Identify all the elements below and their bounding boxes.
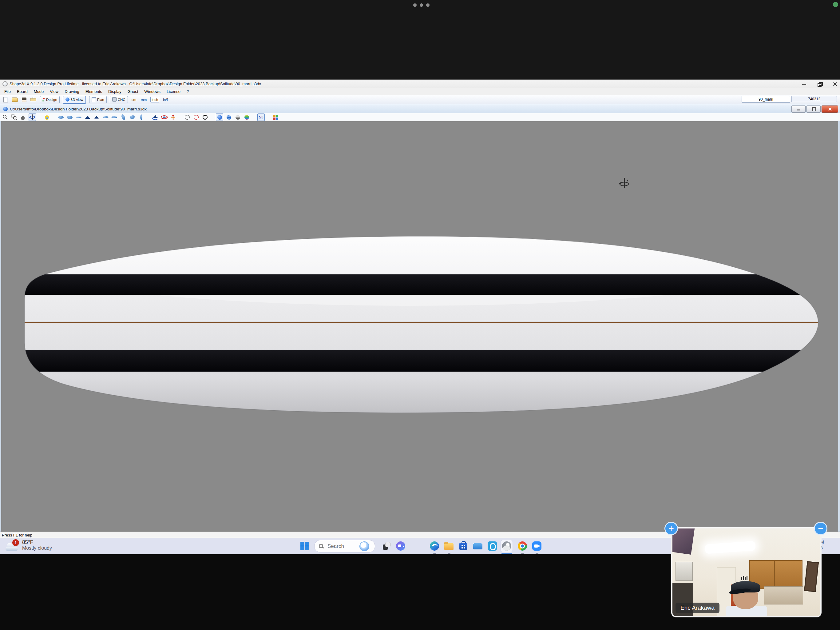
- measure-button[interactable]: [30, 96, 37, 103]
- render-solid-button[interactable]: [216, 114, 223, 121]
- task-view-button[interactable]: [381, 540, 392, 552]
- app-icon: [2, 81, 8, 86]
- doc-minimize-button[interactable]: [791, 106, 805, 112]
- chat-video-icon: [396, 541, 405, 551]
- slices-button[interactable]: S5: [257, 114, 265, 121]
- chrome-button[interactable]: [516, 540, 528, 552]
- pan-hand-tool[interactable]: [20, 114, 27, 120]
- board-code-field[interactable]: 740312: [791, 96, 837, 102]
- design-mode-button[interactable]: Design: [40, 96, 60, 103]
- share-zoom-out-button[interactable]: −: [814, 522, 827, 535]
- taskbar-search[interactable]: [314, 540, 375, 552]
- unit-mm[interactable]: mm: [140, 97, 148, 102]
- task-view-icon: [383, 542, 390, 550]
- view-thickness-button[interactable]: [75, 114, 82, 120]
- view-bottom-button[interactable]: [66, 114, 73, 120]
- open-file-button[interactable]: [11, 96, 19, 103]
- active-app-indicator: [502, 553, 512, 554]
- alexa-button[interactable]: [486, 540, 498, 552]
- wireframe-dense-view-button[interactable]: [202, 114, 208, 120]
- status-text: Press F1 for help: [2, 533, 32, 537]
- board-name-input[interactable]: [742, 96, 790, 103]
- share-options-handle[interactable]: [409, 2, 434, 7]
- wireframe-view-button[interactable]: [184, 114, 191, 120]
- view-rocker-button[interactable]: [102, 114, 109, 120]
- black-stripe-top: [14, 274, 828, 295]
- apex-view-button[interactable]: [152, 114, 159, 120]
- cnc-machine-icon: [112, 97, 117, 102]
- unit-inch[interactable]: inch: [150, 97, 159, 103]
- 3d-view-mode-button[interactable]: 3D view: [63, 96, 86, 104]
- menu-mode[interactable]: Mode: [31, 89, 47, 95]
- stringer-line: [14, 322, 828, 323]
- save-file-button[interactable]: [20, 96, 28, 103]
- chat-button[interactable]: [395, 540, 406, 552]
- zoom-app-button[interactable]: [531, 540, 543, 552]
- unit-inf[interactable]: in/f: [162, 97, 169, 102]
- new-file-button[interactable]: [2, 96, 9, 103]
- view-perspective-button[interactable]: [120, 114, 127, 120]
- shape3d-taskbar-button[interactable]: [501, 540, 513, 552]
- view-nose-button[interactable]: [84, 114, 91, 120]
- view-perspective2-button[interactable]: [129, 114, 136, 120]
- 3d-view-label: 3D view: [71, 98, 83, 101]
- menu-windows[interactable]: Windows: [141, 89, 164, 95]
- wireframe-red-view-button[interactable]: [193, 114, 199, 120]
- window-titlebar[interactable]: Shape3d X 9.1.2.0 Design Pro Lifetime - …: [0, 80, 840, 88]
- board-bottom-icon: [67, 116, 73, 119]
- edge-button[interactable]: [429, 540, 440, 552]
- menu-license[interactable]: License: [164, 89, 183, 95]
- menu-file[interactable]: File: [1, 89, 14, 95]
- color-palette-button[interactable]: [272, 114, 279, 120]
- move-board-button[interactable]: [170, 114, 177, 120]
- webcam-video-tile[interactable]: Eric Arakawa: [671, 527, 821, 617]
- system-tray-clock[interactable]: M 3: [820, 539, 839, 553]
- rotate-3d-tool[interactable]: [28, 114, 36, 121]
- board-front2-icon: [95, 116, 99, 119]
- notification-badge: 1: [12, 539, 19, 546]
- menu-ghost[interactable]: Ghost: [125, 89, 141, 95]
- flip-rotate-button[interactable]: [161, 114, 167, 120]
- doc-close-button[interactable]: [821, 106, 838, 112]
- cap-decoration: [741, 576, 753, 583]
- plan-mode-button[interactable]: Plan: [89, 96, 107, 103]
- menu-board[interactable]: Board: [14, 89, 31, 95]
- minimize-button[interactable]: [802, 82, 807, 86]
- share-zoom-in-button[interactable]: +: [665, 522, 678, 535]
- cnc-mode-button[interactable]: CNC: [110, 96, 128, 103]
- board-perspective-icon: [120, 114, 126, 120]
- render-gray-button[interactable]: [234, 114, 241, 120]
- document-titlebar[interactable]: C:\Users\info\Dropbox\Design Folder\2023…: [0, 104, 840, 114]
- menu-display[interactable]: Display: [105, 89, 125, 95]
- weather-widget[interactable]: 1 85°F Mostly cloudy: [6, 539, 52, 551]
- view-profile-button[interactable]: [138, 114, 145, 120]
- unit-cm[interactable]: cm: [131, 97, 137, 102]
- restore-button[interactable]: [817, 82, 822, 86]
- doc-restore-button[interactable]: [807, 106, 821, 112]
- view-tail-button[interactable]: [93, 114, 100, 120]
- menu-drawing[interactable]: Drawing: [62, 89, 82, 95]
- view-deck-button[interactable]: [57, 114, 64, 120]
- menu-elements[interactable]: Elements: [82, 89, 105, 95]
- search-icon: [319, 544, 324, 549]
- search-input[interactable]: [327, 543, 359, 550]
- render-mesh-button[interactable]: [225, 114, 232, 120]
- board-front-icon: [85, 116, 90, 119]
- zoom-window-tool[interactable]: [11, 114, 17, 120]
- board-perspective2-icon: [130, 116, 135, 119]
- running-indicator: [448, 553, 450, 554]
- 3d-viewport[interactable]: [0, 121, 840, 532]
- menu-view[interactable]: View: [47, 89, 62, 95]
- start-button[interactable]: [299, 540, 311, 552]
- mail-button[interactable]: [472, 540, 484, 552]
- file-explorer-button[interactable]: [443, 540, 455, 552]
- view-rocker2-button[interactable]: [111, 114, 118, 120]
- running-indicator: [535, 553, 538, 554]
- camera-on-indicator-icon: [833, 2, 838, 7]
- menu-help[interactable]: ?: [183, 89, 192, 95]
- light-tool[interactable]: [43, 114, 50, 120]
- close-button[interactable]: [833, 82, 838, 86]
- zoom-in-tool[interactable]: [2, 114, 9, 120]
- store-button[interactable]: [458, 540, 469, 552]
- render-color-button[interactable]: [243, 114, 250, 120]
